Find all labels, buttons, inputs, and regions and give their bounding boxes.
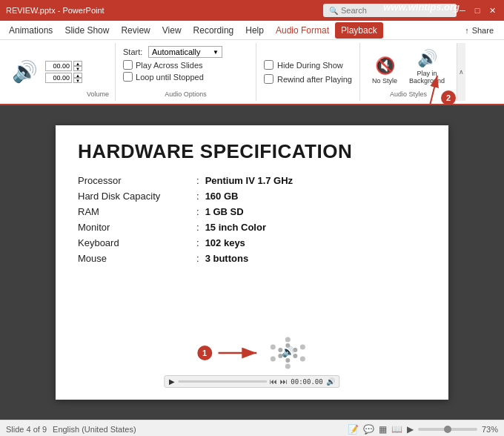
svg-point-7	[285, 364, 290, 369]
annotation-1-row: 1	[197, 337, 307, 369]
spec-value: 102 keys	[205, 237, 245, 248]
rewind-checkbox[interactable]	[264, 74, 273, 84]
svg-point-4	[285, 337, 290, 343]
window-controls: ─ □ ✕	[457, 4, 498, 16]
player-controls[interactable]: ▶ ⏮ ⏭ 00:00.00 🔊	[164, 375, 339, 388]
app-title: REVIEW.pptx - PowerPoint	[6, 6, 323, 15]
menu-audioformat[interactable]: Audio Format	[270, 22, 335, 39]
spec-colon: :	[196, 191, 199, 202]
maximize-icon[interactable]: □	[471, 4, 483, 16]
comments-icon[interactable]: 💬	[363, 424, 374, 435]
slideshow-icon[interactable]: ▶	[407, 424, 414, 435]
spec-value: Pentium IV 1.7 GHz	[205, 175, 293, 186]
spec-key: Monitor	[78, 222, 196, 233]
volume-icon-wrap: 🔊	[12, 62, 38, 82]
badge-1: 1	[197, 346, 212, 360]
zoom-thumb[interactable]	[444, 426, 451, 433]
spec-table: Processor : Pentium IV 1.7 GHz Hard Disk…	[78, 175, 426, 264]
spec-colon: :	[196, 206, 199, 217]
spec-key: Processor	[78, 175, 196, 186]
title-bar: REVIEW.pptx - PowerPoint 🔍 www.wintips.o…	[0, 0, 504, 21]
play-across-checkbox[interactable]	[123, 60, 133, 70]
audio-icon-svg: 🔊	[268, 337, 307, 369]
spec-colon: :	[196, 222, 199, 233]
audio-options-section: Start: Automatically ▼ Play Across Slide…	[116, 43, 256, 101]
spec-value: 1 GB SD	[205, 206, 244, 217]
close-icon[interactable]: ✕	[486, 4, 498, 16]
slide-area: HARDWARE SPECIFICATION Processor : Penti…	[0, 105, 504, 420]
volume-down-1[interactable]: ▼	[73, 66, 82, 71]
menu-bar: Animations Slide Show Review View Record…	[0, 21, 504, 40]
progress-bar[interactable]	[178, 380, 267, 383]
menu-animations[interactable]: Animations	[3, 22, 59, 39]
skip-back-icon[interactable]: ⏮	[270, 377, 277, 386]
volume-input-1[interactable]	[45, 61, 72, 71]
player-volume-icon[interactable]: 🔊	[326, 377, 335, 386]
volume-arrows-1[interactable]: ▲ ▼	[73, 61, 82, 71]
play-bg-icon: 🔊	[417, 49, 437, 68]
start-dropdown[interactable]: Automatically ▼	[148, 46, 222, 58]
volume-up-1[interactable]: ▲	[73, 61, 82, 66]
spec-key: Mouse	[78, 253, 196, 264]
table-row: Processor : Pentium IV 1.7 GHz	[78, 175, 426, 186]
loop-label: Loop until Stopped	[136, 73, 204, 82]
notes-icon[interactable]: 📝	[348, 424, 359, 435]
volume-down-2[interactable]: ▼	[73, 78, 82, 83]
svg-point-6	[299, 357, 305, 362]
annotation-arrow-1	[218, 346, 262, 360]
zoom-level: 73%	[482, 425, 498, 434]
svg-text:🔊: 🔊	[281, 346, 294, 358]
share-icon: ↑	[465, 26, 469, 35]
dropdown-arrow-icon: ▼	[213, 49, 219, 56]
play-across-row: Play Across Slides	[123, 60, 248, 70]
svg-point-9	[270, 345, 275, 350]
volume-label: Volume	[87, 87, 109, 98]
spec-key: Hard Disk Capacity	[78, 191, 196, 202]
menu-view[interactable]: View	[156, 22, 188, 39]
status-bar: Slide 4 of 9 English (United States) 📝 💬…	[0, 420, 504, 436]
rewind-label: Rewind after Playing	[277, 75, 352, 84]
start-value: Automatically	[152, 47, 200, 56]
volume-section: 🔊 ▲ ▼ ▲ ▼ Volume	[6, 43, 116, 101]
watermark: www.wintips.org	[383, 1, 460, 13]
volume-icon: 🔊	[12, 62, 38, 82]
time-display: 00:00.00	[291, 378, 322, 386]
svg-line-1	[430, 76, 437, 105]
volume-input-2[interactable]	[45, 73, 72, 83]
hide-during-show-row: Hide During Show	[264, 60, 352, 70]
ribbon-collapse-button[interactable]: ∧	[457, 43, 465, 101]
volume-spinner: ▲ ▼ ▲ ▼	[45, 61, 82, 83]
hide-during-show-label: Hide During Show	[277, 61, 343, 70]
language-label: English (United States)	[53, 425, 136, 434]
skip-forward-icon[interactable]: ⏭	[280, 377, 288, 386]
menu-recording[interactable]: Recording	[188, 22, 240, 39]
search-icon: 🔍	[329, 7, 338, 15]
menu-review[interactable]: Review	[115, 22, 156, 39]
volume-up-2[interactable]: ▲	[73, 73, 82, 78]
hide-during-show-checkbox[interactable]	[264, 60, 273, 70]
share-label: Share	[472, 26, 494, 35]
spec-key: RAM	[78, 206, 196, 217]
audio-player-area: 1	[164, 337, 339, 388]
spec-colon: :	[196, 237, 199, 248]
table-row: Mouse : 3 buttons	[78, 253, 426, 264]
audio-options-label: Audio Options	[123, 87, 248, 98]
svg-point-13	[285, 358, 290, 363]
spec-value: 3 buttons	[205, 253, 249, 264]
loop-checkbox[interactable]	[123, 72, 133, 82]
menu-slideshow[interactable]: Slide Show	[59, 22, 115, 39]
svg-point-8	[270, 357, 275, 362]
menu-playback[interactable]: Playback	[335, 22, 383, 39]
share-button[interactable]: ↑ Share	[457, 24, 501, 37]
view-normal-icon[interactable]: ▦	[379, 424, 387, 435]
loop-row: Loop until Stopped	[123, 72, 248, 82]
zoom-slider[interactable]	[418, 428, 477, 431]
volume-arrows-2[interactable]: ▲ ▼	[73, 73, 82, 83]
menu-help[interactable]: Help	[239, 22, 270, 39]
play-button[interactable]: ▶	[169, 377, 175, 386]
view-reading-icon[interactable]: 📖	[391, 424, 402, 435]
slide-info: Slide 4 of 9	[6, 425, 47, 434]
table-row: Monitor : 15 inch Color	[78, 222, 426, 233]
table-row: RAM : 1 GB SD	[78, 206, 426, 217]
spec-value: 160 GB	[205, 191, 239, 202]
